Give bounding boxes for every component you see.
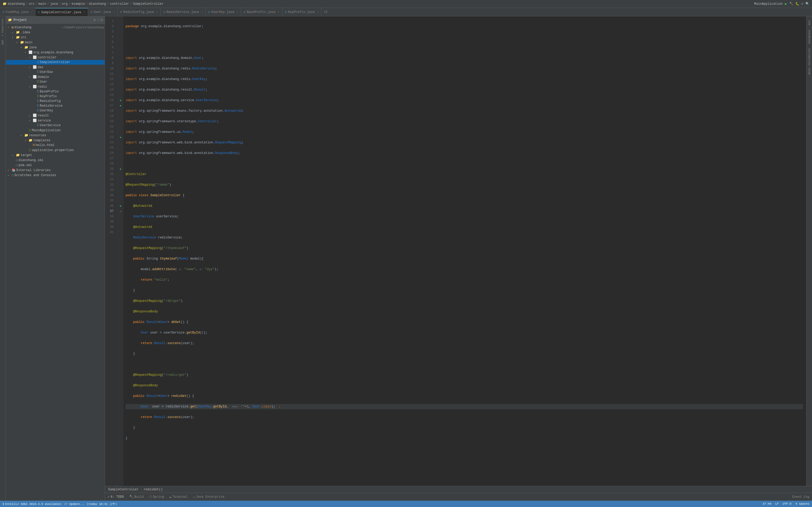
tab-baseprefix[interactable]: C BasePrefix.java × (241, 8, 282, 16)
terminal-tab[interactable]: ▬ Terminal (169, 495, 188, 499)
tab-user-close[interactable]: × (113, 11, 115, 13)
tab-redisservice-close[interactable]: × (201, 11, 203, 13)
tab-samplecontroller-close[interactable]: × (84, 11, 85, 14)
event-log-tab[interactable]: Event Log (792, 495, 809, 499)
breadcrumb-dianshang[interactable]: dianshang (8, 2, 25, 6)
tree-item-src[interactable]: ▾ 📁 src (6, 35, 105, 40)
settings-button[interactable]: ⚙ (801, 2, 803, 6)
tree-item-samplecontroller[interactable]: C SampleController (6, 60, 105, 65)
tree-item-scratches[interactable]: ▸ ◻ Scratches and Consoles (6, 173, 105, 178)
database-tab[interactable]: Database (807, 28, 812, 45)
gutter-28 (118, 161, 123, 166)
tree-item-resources[interactable]: ▾ 📁 resources (6, 133, 105, 138)
breadcrumb-method-name[interactable]: redisGet() (144, 488, 162, 492)
tab-baseprefix-label: BasePrefix.java (247, 10, 275, 14)
tab-keyprefix-close[interactable]: × (317, 11, 318, 13)
code-line-40: } (125, 436, 803, 441)
tab-keyprefix[interactable]: I KeyPrefix.java × (282, 8, 321, 16)
web-item[interactable]: Web (1, 40, 4, 45)
build-button[interactable]: 🔨 (789, 2, 793, 6)
breadcrumb-dianshang2[interactable]: dianshang (89, 2, 106, 6)
tab-baseprefix-close[interactable]: × (278, 11, 280, 13)
build-label: Build (134, 495, 144, 499)
tree-item-target[interactable]: ▸ 📁 target (6, 153, 105, 158)
tree-item-main[interactable]: ▾ 📁 main (6, 40, 105, 45)
tree-item-mainapplication[interactable]: ⬡ MainApplication (6, 128, 105, 133)
spring-tab[interactable]: ⬡ Spring (149, 495, 164, 499)
tab-userkey-close[interactable]: × (237, 11, 238, 13)
run-button[interactable]: ▶ (785, 2, 787, 6)
tab-counter[interactable]: +2 (321, 10, 329, 14)
bean-validation-tab[interactable]: Bean Validation (807, 47, 812, 76)
tree-item-pkg-result[interactable]: ▸ ⬜ result (6, 113, 105, 118)
iml-icon: ◻ (16, 158, 18, 162)
gutter-6 (118, 45, 123, 50)
tree-item-redisservice[interactable]: C RedisService (6, 104, 105, 108)
resources-folder-icon: 📁 (24, 133, 28, 137)
java-enterprise-tab[interactable]: ☕ Java Enterprise (193, 495, 224, 499)
favorites-item[interactable]: ★ Favorites (1, 18, 4, 37)
todo-tab[interactable]: ✓ 6: TODO (108, 495, 124, 499)
tree-item-idea[interactable]: ▸ 📁 .idea (6, 30, 105, 35)
breadcrumb-example[interactable]: example (71, 2, 85, 6)
indent-indicator[interactable]: 4 spaces (795, 502, 809, 505)
tree-item-pom[interactable]: ◻ pom.xml (6, 163, 105, 168)
tab-redisconfig-close[interactable]: × (156, 11, 158, 13)
tree-item-userservice[interactable]: C UserService (6, 123, 105, 128)
tree-item-pkg-dao[interactable]: ▸ ⬜ dao (6, 65, 105, 70)
tree-item-external-libs[interactable]: ▸ 📚 External Libraries (6, 168, 105, 173)
update-message: ℹ IntelliJ IDEA 2019.3.5 available: // U… (3, 502, 117, 506)
tab-codemsg[interactable]: C CodeMsg.java × (0, 8, 36, 16)
tree-item-pkg-org[interactable]: ▾ ⬜ org.example.dianshang (6, 50, 105, 55)
gutter-run-17[interactable]: ▶ (118, 103, 123, 108)
tree-item-templates[interactable]: ▾ 📁 templates (6, 138, 105, 143)
gutter-run-23[interactable]: ▶ (118, 135, 123, 140)
tree-item-userdao[interactable]: C UserDao (6, 70, 105, 74)
build-tab[interactable]: 🔨 Build (129, 495, 144, 499)
gutter-run-15[interactable]: ▶ (118, 98, 123, 103)
breadcrumb-controller[interactable]: controller (110, 2, 129, 6)
tree-item-iml[interactable]: ◻ dianshang.iml (6, 158, 105, 163)
ant-tab[interactable]: Ant (807, 18, 812, 27)
tree-item-pkg-redis[interactable]: ▾ ⬜ redis (6, 84, 105, 89)
code-content[interactable]: package org.example.dianshang.controller… (123, 16, 806, 486)
line-numbers: 1 2 3 4 5 6 7 8 9 10 11 12 13 14 15 16 1 (105, 16, 118, 486)
tree-item-dianshang[interactable]: ▾ ▤ dianshang ~/IdeaProjects/dianshang (6, 25, 105, 30)
breadcrumb-samplecontroller[interactable]: SampleController (133, 2, 164, 6)
tab-codemsg-close[interactable]: × (31, 11, 33, 13)
gear-icon[interactable]: ⚙ (94, 18, 95, 22)
gutter-run-36[interactable]: ▶ (118, 203, 123, 209)
tree-item-pkg-service[interactable]: ▾ ⬜ service (6, 118, 105, 123)
tree-item-keyprefix[interactable]: I KeyPrefix (6, 94, 105, 99)
line-ending-indicator[interactable]: LF (775, 502, 779, 505)
tab-userkey[interactable]: C UserKey.java × (206, 8, 241, 16)
collapse-icon[interactable]: ⊟ (101, 18, 103, 22)
tree-item-userkey[interactable]: C UserKey (6, 108, 105, 113)
breadcrumb-controller-name[interactable]: SampleController (108, 488, 139, 492)
search-button[interactable]: 🔍 (805, 2, 809, 6)
tree-item-java[interactable]: ▾ 📁 java (6, 45, 105, 50)
tree-item-app-properties[interactable]: ⬡ application.properties (6, 148, 105, 153)
tab-redisconfig[interactable]: C RedisConfig.java × (118, 8, 161, 16)
expand-arrow: ▸ (12, 31, 15, 34)
code-line-9: import org.springframework.beans.factory… (125, 108, 803, 114)
sort-icon[interactable]: ↕ (97, 18, 99, 22)
tree-item-pkg-domain[interactable]: ▾ ⬜ domain (6, 74, 105, 79)
breadcrumb-org[interactable]: org (62, 2, 68, 6)
encoding-indicator[interactable]: UTF-8 (783, 502, 792, 505)
tab-samplecontroller[interactable]: C SampleController.java × (36, 8, 88, 16)
tree-item-user[interactable]: C User (6, 79, 105, 84)
breadcrumb-java[interactable]: java (50, 2, 58, 6)
breadcrumb-main[interactable]: main (39, 2, 46, 6)
tree-item-baseprefix[interactable]: C BasePrefix (6, 89, 105, 94)
tree-item-pkg-controller[interactable]: ▾ ⬜ controller (6, 55, 105, 60)
tree-item-redisconfig[interactable]: C RedisConfig (6, 99, 105, 104)
breadcrumb-src[interactable]: src (29, 2, 35, 6)
debug-button[interactable]: 🐛 (795, 2, 799, 6)
gutter-run-29[interactable]: ▶ (118, 166, 123, 172)
position-indicator[interactable]: 37:40 (763, 502, 771, 505)
code-container[interactable]: 1 2 3 4 5 6 7 8 9 10 11 12 13 14 15 16 1 (105, 16, 806, 486)
tab-redisservice[interactable]: C RedisService.java × (161, 8, 206, 16)
tree-item-hello-html[interactable]: H hello.html (6, 143, 105, 148)
tab-user[interactable]: C User.java × (88, 8, 118, 16)
